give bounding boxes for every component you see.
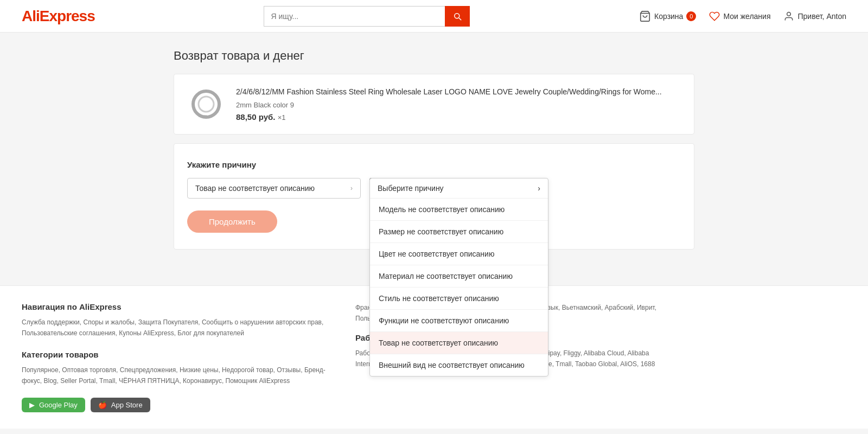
dropdown-item-4[interactable]: Стиль не соответствует описанию (370, 288, 548, 310)
dropdown-item-1[interactable]: Размер не соответствует описанию (370, 221, 548, 243)
dropdown-item-3[interactable]: Материал не соответствует описанию (370, 265, 548, 288)
reason-select-value: Товар не соответствует описанию (195, 184, 315, 193)
footer-left: Навигация по AliExpress Служба поддержки… (22, 302, 339, 412)
product-info: 2/4/6/8/12/MM Fashion Stainless Steel Ri… (236, 87, 681, 122)
footer-nav-title: Навигация по AliExpress (22, 302, 339, 311)
dropdown-item-2[interactable]: Цвет не соответствует описанию (370, 243, 548, 265)
footer-grid: Навигация по AliExpress Служба поддержки… (22, 302, 673, 412)
dropdown-item-5[interactable]: Функции не соответствуют описанию (370, 310, 548, 332)
chevron-right-icon-3: › (538, 184, 540, 193)
product-variant: 2mm Black color 9 (236, 101, 681, 109)
product-card: 2mm 2/4/6/8/12/MM Fashion Stainless Stee… (174, 74, 694, 135)
heart-icon (709, 11, 720, 22)
cart-label: Корзина (654, 12, 683, 21)
logo[interactable]: AliExpress (22, 8, 95, 25)
reason-select[interactable]: Товар не соответствует описанию › (187, 178, 361, 199)
header: AliExpress Корзина 0 Мои желания (0, 0, 868, 33)
app-store-button[interactable]: 🍎 App Store (91, 398, 150, 412)
page-title: Возврат товара и денег (174, 49, 694, 63)
reason-dropdown: Выберите причину › Модель не соответству… (369, 178, 548, 376)
user-greeting: Привет, Anton (797, 12, 846, 21)
app-store-label: App Store (111, 401, 143, 409)
dropdown-header[interactable]: Выберите причину › (370, 178, 548, 199)
svg-text:2mm: 2mm (199, 114, 207, 118)
product-quantity: ×1 (278, 113, 286, 122)
google-play-label: Google Play (39, 401, 78, 409)
svg-point-2 (193, 91, 219, 117)
selects-row: Товар не соответствует описанию › Выбери… (187, 178, 681, 200)
google-play-button[interactable]: ▶ Google Play (22, 398, 85, 412)
search-bar (264, 6, 470, 27)
header-actions: Корзина 0 Мои желания Привет, Anton (639, 10, 846, 22)
app-buttons: ▶ Google Play 🍎 App Store (22, 398, 339, 412)
cart-badge: 0 (686, 11, 696, 21)
google-play-icon: ▶ (29, 401, 35, 409)
product-price: 88,50 руб. ×1 (236, 112, 681, 122)
user-button[interactable]: Привет, Anton (783, 11, 846, 22)
search-icon (452, 11, 462, 21)
search-button[interactable] (445, 6, 470, 27)
footer-categories-text: Популярное, Оптовая торговля, Спецпредло… (22, 365, 339, 387)
svg-point-3 (199, 97, 214, 112)
form-label: Укажите причину (187, 160, 681, 169)
dropdown-item-6[interactable]: Товар не соответствует описанию (370, 332, 548, 354)
apple-icon: 🍎 (98, 401, 107, 409)
continue-button[interactable]: Продолжить (187, 210, 277, 233)
svg-point-1 (787, 12, 791, 16)
user-icon (783, 11, 794, 22)
main-content: Возврат товара и денег 2mm 2/4/6/8/12/MM… (163, 33, 705, 275)
footer-nav-text: Служба поддержки, Споры и жалобы, Защита… (22, 317, 339, 339)
form-card: Укажите причину Товар не соответствует о… (174, 143, 694, 250)
dropdown-item-0[interactable]: Модель не соответствует описанию (370, 199, 548, 221)
dropdown-header-text: Выберите причину (378, 184, 444, 193)
product-image: 2mm (187, 85, 225, 123)
wishlist-button[interactable]: Мои желания (709, 11, 770, 22)
chevron-right-icon: › (350, 184, 353, 192)
footer-categories-title: Категории товаров (22, 350, 339, 359)
wishlist-label: Мои желания (723, 12, 770, 21)
dropdown-item-7[interactable]: Внешний вид не соответствует описанию (370, 354, 548, 376)
search-input[interactable] (264, 6, 445, 27)
product-name: 2/4/6/8/12/MM Fashion Stainless Steel Ri… (236, 87, 681, 98)
cart-icon (639, 10, 651, 22)
product-thumbnail: 2mm (190, 88, 222, 120)
cart-button[interactable]: Корзина 0 (639, 10, 696, 22)
